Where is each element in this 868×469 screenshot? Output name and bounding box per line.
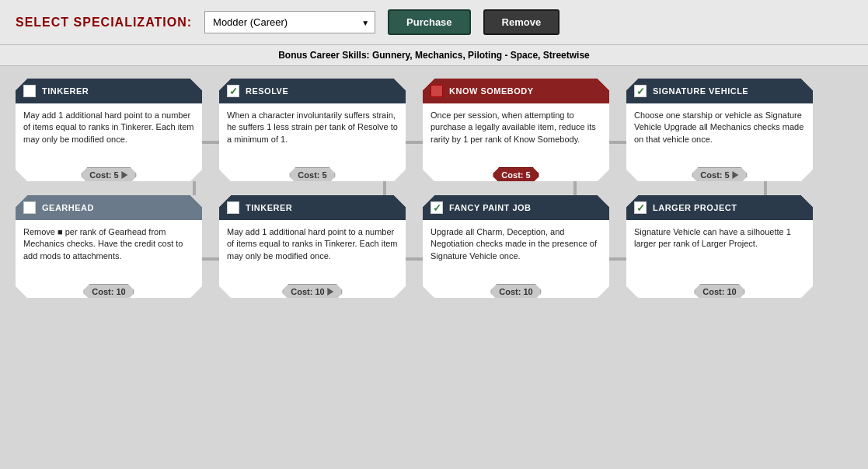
card-larger-project[interactable]: LARGER PROJECT Signature Vehicle can hav… — [626, 195, 813, 298]
arrow-icon-tinkerer-2 — [328, 288, 334, 296]
card-fancy-paint-job[interactable]: FANCY PAINT JOB Upgrade all Charm, Decep… — [423, 195, 609, 298]
arrow-icon-tinkerer-1 — [122, 171, 128, 179]
v-conn-1 — [107, 181, 281, 195]
card-title-fancy-paint-job: FANCY PAINT JOB — [449, 203, 532, 212]
h-connector-3-4 — [609, 141, 626, 144]
card-header-tinkerer-1: TINKERER — [16, 79, 202, 103]
spacer-1 — [281, 181, 298, 195]
card-header-signature-vehicle: SIGNATURE VEHICLE — [626, 79, 813, 103]
checkbox-know-somebody[interactable] — [431, 85, 443, 97]
remove-button[interactable]: Remove — [483, 9, 560, 35]
header: SELECT SPECIALIZATION: Modder (Career) P… — [0, 0, 868, 45]
v-conn-3 — [488, 181, 662, 195]
spacer-2 — [472, 181, 488, 195]
h-connector-7-8 — [609, 257, 626, 261]
card-header-resolve: RESOLVE — [219, 79, 406, 103]
card-signature-vehicle[interactable]: SIGNATURE VEHICLE Choose one starship or… — [626, 79, 813, 181]
checkbox-tinkerer-1[interactable] — [23, 85, 36, 97]
h-connector-1-2 — [202, 141, 219, 144]
arrow-icon-signature-vehicle — [733, 171, 739, 179]
v-conn-2 — [298, 181, 472, 195]
checkbox-gearhead[interactable] — [23, 201, 36, 214]
card-col-3: KNOW SOMEBODY Once per session, when att… — [423, 79, 609, 181]
card-col-2: RESOLVE When a character involuntarily s… — [219, 79, 406, 181]
card-title-tinkerer-2: TINKERER — [246, 203, 292, 212]
card-col-8: LARGER PROJECT Signature Vehicle can hav… — [626, 195, 813, 298]
checkbox-resolve[interactable] — [227, 85, 239, 97]
v-line-1 — [193, 181, 196, 195]
card-cost-tinkerer-2: Cost: 10 — [282, 284, 342, 299]
card-col-4: SIGNATURE VEHICLE Choose one starship or… — [626, 79, 813, 181]
checkbox-fancy-paint-job[interactable] — [431, 201, 443, 214]
card-title-gearhead: GEARHEAD — [42, 203, 94, 212]
card-cost-resolve: Cost: 5 — [289, 167, 335, 183]
card-col-5: GEARHEAD Remove ■ per rank of Gearhead f… — [16, 195, 202, 298]
card-header-know-somebody: KNOW SOMEBODY — [423, 79, 609, 103]
v-conn-4 — [678, 181, 852, 195]
spacer-3 — [662, 181, 678, 195]
v-line-2 — [383, 181, 386, 195]
cards-row-2: GEARHEAD Remove ■ per rank of Gearhead f… — [16, 195, 852, 298]
app-container: SELECT SPECIALIZATION: Modder (Career) P… — [0, 0, 868, 310]
cards-grid: TINKERER May add 1 additional hard point… — [0, 66, 868, 310]
card-col-1: TINKERER May add 1 additional hard point… — [16, 79, 202, 181]
v-line-3 — [573, 181, 577, 195]
card-cost-gearhead: Cost: 10 — [83, 284, 134, 299]
cards-row-1: TINKERER May add 1 additional hard point… — [16, 79, 852, 181]
h-connector-2-3 — [406, 141, 423, 144]
checkbox-signature-vehicle[interactable] — [634, 85, 647, 97]
v-line-4 — [764, 181, 767, 195]
card-resolve[interactable]: RESOLVE When a character involuntarily s… — [219, 79, 406, 181]
card-title-know-somebody: KNOW SOMEBODY — [449, 86, 534, 96]
card-tinkerer-2[interactable]: TINKERER May add 1 additional hard point… — [219, 195, 406, 298]
card-cost-signature-vehicle: Cost: 5 — [692, 167, 747, 183]
card-tinkerer-1[interactable]: TINKERER May add 1 additional hard point… — [16, 79, 202, 181]
card-header-gearhead: GEARHEAD — [16, 195, 202, 220]
card-cost-larger-project: Cost: 10 — [694, 284, 744, 299]
bonus-skills-bar: Bonus Career Skills: Gunnery, Mechanics,… — [0, 45, 868, 66]
specialization-select[interactable]: Modder (Career) — [204, 11, 375, 33]
checkbox-tinkerer-2[interactable] — [227, 201, 239, 214]
card-gearhead[interactable]: GEARHEAD Remove ■ per rank of Gearhead f… — [16, 195, 202, 298]
card-cost-know-somebody: Cost: 5 — [493, 167, 539, 183]
h-connector-5-6 — [202, 257, 219, 261]
card-col-6: TINKERER May add 1 additional hard point… — [219, 195, 406, 298]
specialization-select-wrapper[interactable]: Modder (Career) — [204, 11, 375, 33]
card-header-fancy-paint-job: FANCY PAINT JOB — [423, 195, 609, 220]
card-header-larger-project: LARGER PROJECT — [626, 195, 813, 220]
card-title-tinkerer-1: TINKERER — [42, 86, 89, 96]
card-title-signature-vehicle: SIGNATURE VEHICLE — [653, 86, 748, 96]
card-know-somebody[interactable]: KNOW SOMEBODY Once per session, when att… — [423, 79, 609, 181]
purchase-button[interactable]: Purchase — [388, 9, 471, 35]
card-cost-fancy-paint-job: Cost: 10 — [490, 284, 541, 299]
page-title: SELECT SPECIALIZATION: — [16, 16, 192, 30]
card-title-resolve: RESOLVE — [246, 86, 288, 96]
card-header-tinkerer-2: TINKERER — [219, 195, 406, 220]
h-connector-6-7 — [406, 257, 423, 261]
checkbox-larger-project[interactable] — [634, 201, 647, 214]
v-connectors — [16, 181, 852, 195]
card-title-larger-project: LARGER PROJECT — [653, 203, 737, 212]
card-cost-tinkerer-1: Cost: 5 — [81, 167, 136, 183]
card-col-7: FANCY PAINT JOB Upgrade all Charm, Decep… — [423, 195, 609, 298]
